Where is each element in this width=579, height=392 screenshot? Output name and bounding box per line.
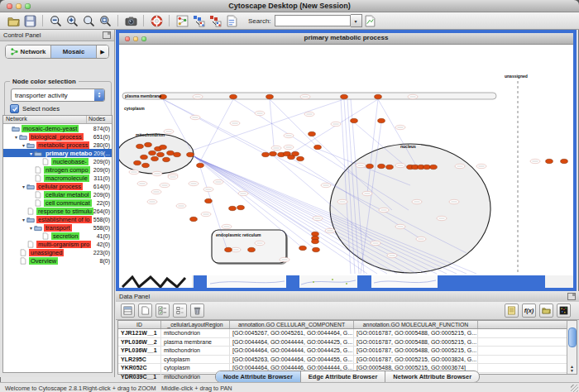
disclosure-triangle-icon[interactable]: ▾ [28, 225, 34, 231]
tab-mosaic[interactable]: Mosaic [51, 45, 97, 58]
new-attribute-button[interactable] [138, 304, 152, 318]
select-attributes-button[interactable] [156, 304, 170, 318]
graph-node[interactable] [312, 239, 319, 243]
network-tree-row[interactable]: Overview8(0) [3, 256, 112, 265]
search-dropdown-icon[interactable]: ▾ [351, 14, 362, 27]
network-tree-row[interactable]: multi-organism pro42(0) [3, 240, 112, 248]
layout-blue-button[interactable] [192, 14, 206, 28]
graph-node[interactable] [149, 151, 156, 155]
disclosure-triangle-icon[interactable]: ▾ [21, 142, 26, 148]
graph-node[interactable] [292, 151, 299, 155]
graph-node[interactable] [225, 247, 232, 251]
table-row[interactable]: YPL036W__1mitochondrion[GO:0044464, GO:0… [118, 347, 577, 356]
select-nodes-checkbox[interactable] [10, 104, 19, 113]
graph-node[interactable] [205, 198, 213, 203]
network-tree-row[interactable]: mosaic-demo-yeast874(0) [3, 124, 112, 132]
disclosure-triangle-icon[interactable]: ▾ [28, 151, 34, 156]
graph-node[interactable] [174, 152, 181, 156]
graph-node[interactable] [266, 94, 274, 98]
graph-node[interactable] [197, 163, 204, 167]
network-tree-row[interactable]: ▾transport558(0) [3, 223, 112, 232]
table-row[interactable]: YJR121W__1mitochondrion[GO:0045267, GO:0… [118, 329, 577, 338]
node-color-combobox[interactable]: transporter activity ▲▼ [11, 88, 105, 102]
attribute-matrix-button[interactable] [557, 304, 571, 318]
table-row[interactable]: YLR295Ccytoplasm[GO:0045263, GO:0044464,… [118, 356, 577, 365]
graph-node[interactable] [366, 164, 374, 168]
resize-grip[interactable] [571, 385, 578, 392]
network-tree-row[interactable]: nucleobase-209(0) [3, 157, 112, 165]
zoom-selected-button[interactable] [98, 14, 112, 28]
column-header[interactable]: ID [118, 321, 161, 328]
network-view-button[interactable] [175, 14, 189, 28]
table-vertical-scrollbar[interactable]: ▲▼ [567, 321, 577, 374]
graph-node[interactable] [134, 160, 141, 165]
float-panel-icon[interactable] [103, 31, 111, 39]
formula-builder-button[interactable]: f(x) [522, 304, 536, 318]
disclosure-triangle-icon[interactable]: ▾ [21, 217, 26, 222]
import-annotation-button[interactable] [363, 14, 377, 28]
network-tree-row[interactable]: unassigned223(0) [3, 248, 112, 256]
graph-node[interactable] [248, 247, 256, 251]
column-header[interactable]: annotation.GO CELLULAR_COMPONENT [230, 321, 354, 328]
disclosure-triangle-icon[interactable]: ▾ [21, 184, 26, 189]
layout-red-button[interactable] [208, 14, 223, 28]
import-attributes-button[interactable] [539, 304, 553, 318]
annotation-page-button[interactable] [225, 14, 239, 28]
graph-node[interactable] [167, 151, 175, 155]
graph-node[interactable] [136, 144, 144, 148]
column-header[interactable]: annotation.GO MOLECULAR_FUNCTION [354, 321, 478, 328]
network-tree-row[interactable]: cellular metabol209(0) [3, 190, 112, 198]
zoom-fit-button[interactable] [82, 14, 96, 28]
float-data-panel-icon[interactable] [567, 293, 576, 300]
graph-node[interactable] [141, 155, 148, 159]
network-tree-row[interactable]: ▾primary metabo209(... [3, 149, 112, 157]
disclosure-triangle-icon[interactable]: ▾ [13, 134, 19, 140]
table-row[interactable]: YPL036W__2plasma membrane[GO:0044464, GO… [118, 338, 577, 347]
graph-node[interactable] [378, 118, 385, 122]
column-header[interactable]: _cellularLayoutRegion [161, 321, 230, 328]
graph-node[interactable] [145, 142, 152, 146]
graph-node[interactable] [151, 156, 159, 160]
tabs-overflow-arrow-icon[interactable]: ▶ [97, 45, 108, 58]
tab-network[interactable]: Network [6, 45, 51, 58]
network-tree-row[interactable]: macromolecule311(0) [3, 174, 112, 182]
tree-col-network[interactable]: Network [3, 116, 87, 123]
graph-node[interactable] [341, 94, 348, 98]
zoom-in-button[interactable] [65, 14, 79, 28]
graph-node[interactable] [378, 164, 385, 168]
background-windows-strip[interactable] [119, 275, 573, 288]
graph-node[interactable] [163, 157, 170, 161]
attribute-tab-network[interactable]: Network Attribute Browser [385, 371, 479, 382]
save-session-button[interactable] [23, 14, 37, 28]
network-tree-row[interactable]: secretion41(0) [3, 232, 112, 240]
snapshot-button[interactable] [124, 14, 138, 28]
network-tree-row[interactable]: ▾metabolic process280(0) [3, 141, 112, 149]
graph-node[interactable] [309, 131, 316, 136]
network-tree-row[interactable]: ▾cellular process614(0) [3, 182, 112, 190]
graph-node[interactable] [314, 145, 322, 149]
graph-node[interactable] [142, 163, 150, 167]
attribute-tab-node[interactable]: Node Attribute Browser [216, 371, 301, 382]
graph-node[interactable] [237, 205, 245, 209]
delete-attribute-button[interactable] [190, 304, 204, 318]
graph-node[interactable] [430, 165, 438, 169]
network-tree-row[interactable]: ▾biological_process651(0) [3, 132, 112, 141]
attr-table-button[interactable] [121, 304, 135, 318]
graph-node[interactable] [187, 152, 194, 156]
zoom-out-button[interactable] [49, 14, 63, 28]
graph-node[interactable] [423, 165, 431, 169]
tree-col-nodes[interactable]: Nodes [87, 116, 112, 123]
network-tree-row[interactable]: ▾establishment of lo558(0) [3, 215, 112, 223]
graph-node[interactable] [313, 247, 320, 251]
graph-node[interactable] [157, 152, 165, 156]
graph-node[interactable] [299, 246, 307, 250]
graph-node[interactable] [561, 159, 568, 163]
graph-node[interactable] [190, 217, 198, 221]
graph-node[interactable] [386, 165, 394, 169]
network-tree-row[interactable]: response to stimulu264(0) [3, 207, 112, 215]
graph-node[interactable] [297, 156, 304, 160]
graph-node[interactable] [375, 94, 382, 98]
unselect-attributes-button[interactable] [173, 304, 187, 318]
attribute-tab-edge[interactable]: Edge Attribute Browser [301, 371, 385, 382]
graph-node[interactable] [351, 118, 358, 122]
